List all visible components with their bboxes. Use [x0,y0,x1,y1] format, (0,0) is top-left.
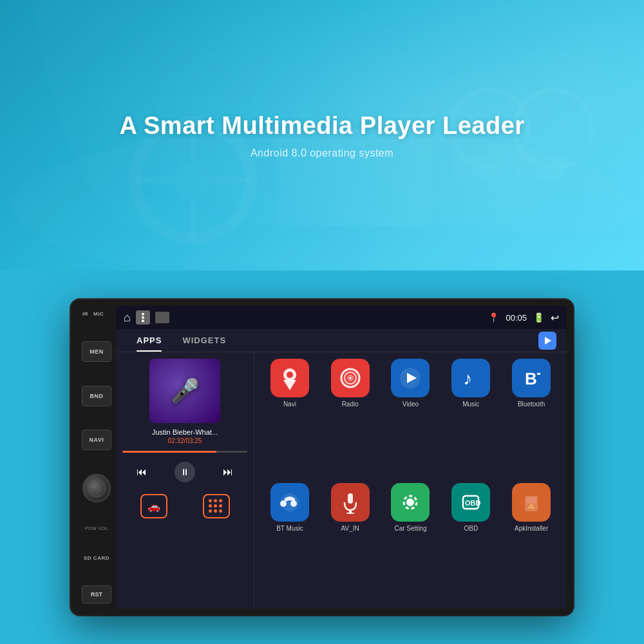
app-btmusic-label: BT Music [276,525,303,532]
svg-point-22 [349,377,352,379]
svg-text:OBD: OBD [465,499,481,507]
album-art: 🎤 [149,359,220,423]
media-panel: 🎤 Justin Bieber-What... 02:32/03:25 ⏮ ⏸ … [116,352,254,609]
playback-controls: ⏮ ⏸ ⏭ [122,459,247,485]
carsetting-icon [391,483,430,522]
app-video[interactable]: Video [383,359,439,478]
battery-icon: 🔋 [533,312,544,323]
settings-icon[interactable] [136,310,150,325]
dot [209,509,212,513]
app-music-label: Music [462,401,479,408]
device-frame: IR MIC MEN BND NAVI POW VOL SD CARD RST … [71,299,573,615]
bnd-button[interactable]: BND [82,386,111,406]
vol-label: POW VOL [85,526,108,532]
location-icon: 📍 [488,312,499,323]
svg-rect-12 [142,313,144,316]
sd-card-label: SD CARD [84,555,109,562]
play-pause-button[interactable]: ⏸ [175,462,195,482]
app-apkinstaller[interactable]: ApkInstaller [504,483,559,602]
app-navi[interactable]: Navi [262,359,317,478]
app-grid: Navi Radio [254,352,567,609]
app-bluetooth-label: Bluetooth [518,401,545,408]
app-carsetting[interactable]: Car Setting [383,483,439,602]
dot [219,509,222,513]
hero-section: A Smart Multimedia Player Leader Android… [0,0,644,270]
bluetooth-icon: BT [512,359,551,397]
progress-bar-fill [122,451,216,453]
main-content: 🎤 Justin Bieber-What... 02:32/03:25 ⏮ ⏸ … [116,352,567,609]
dot [214,499,217,502]
progress-bar-container[interactable] [122,451,247,453]
app-bluetooth[interactable]: BT Bluetooth [504,359,559,478]
btmusic-icon [270,483,309,522]
bottom-section: IR MIC MEN BND NAVI POW VOL SD CARD RST … [0,270,644,644]
side-buttons: IR MIC MEN BND NAVI POW VOL SD CARD RST [77,306,116,609]
hero-title: A Smart Multimedia Player Leader [119,112,524,140]
back-icon[interactable]: ↩ [551,312,559,324]
svg-marker-18 [283,380,296,390]
avin-icon [331,483,370,522]
play-store-icon[interactable] [538,332,556,350]
app-radio[interactable]: Radio [323,359,378,478]
prev-button[interactable]: ⏮ [137,466,147,478]
dot [214,509,217,513]
dots-grid [209,499,223,514]
app-obd-label: OBD [464,525,478,532]
home-icon[interactable]: ⌂ [124,311,131,325]
top-labels: IR MIC [82,311,104,317]
app-avin[interactable]: AV_IN [323,483,378,602]
svg-rect-13 [142,316,144,319]
status-left: ⌂ [124,310,169,325]
song-time: 02:32/03:25 [122,437,247,444]
men-button[interactable]: MEN [82,341,111,362]
video-icon [391,359,430,397]
app-apk-label: ApkInstaller [515,525,548,532]
svg-rect-14 [142,320,144,323]
car-mode-button[interactable]: 🚗 [140,494,167,518]
dot [214,504,217,507]
overlay-icon [155,312,169,323]
mic-label: MIC [93,311,104,317]
volume-knob[interactable] [82,474,111,502]
radio-icon [331,359,370,397]
music-icon: ♪ [451,359,490,397]
app-carsetting-label: Car Setting [394,525,426,532]
dot [209,504,212,507]
hero-subtitle: Android 8.0 operating system [251,147,393,159]
svg-rect-30 [348,493,353,504]
dot [219,499,222,502]
ir-label: IR [82,311,88,317]
apps-grid-button[interactable] [203,494,230,518]
dot [209,499,212,502]
svg-marker-15 [545,337,551,345]
apk-icon [512,483,551,522]
app-music[interactable]: ♪ Music [443,359,498,478]
app-avin-label: AV_IN [341,525,359,532]
app-radio-label: Radio [342,401,359,408]
knob-inner [88,479,106,497]
song-title: Justin Bieber-What... [122,428,247,436]
app-obd[interactable]: OBD OBD [443,483,498,602]
tab-widgets[interactable]: WIDGETS [172,329,236,352]
bottom-icons: 🚗 [122,490,247,522]
next-button[interactable]: ⏭ [223,466,233,478]
app-btmusic[interactable]: BT Music [262,483,317,602]
svg-point-33 [406,498,414,506]
rst-button[interactable]: RST [82,585,111,603]
song-info: Justin Bieber-What... 02:32/03:25 [122,428,247,444]
navi-button[interactable]: NAVI [82,430,111,450]
app-navi-label: Navi [283,401,296,408]
navi-icon [270,359,309,397]
screen: ⌂ 📍 00:05 🔋 ↩ [116,306,567,609]
status-right: 📍 00:05 🔋 ↩ [488,312,559,324]
status-bar: ⌂ 📍 00:05 🔋 ↩ [116,306,567,329]
dot [219,504,222,507]
svg-rect-39 [526,497,536,504]
svg-text:BT: BT [525,369,540,388]
svg-text:♪: ♪ [463,368,472,388]
tab-apps[interactable]: APPS [126,329,172,352]
app-video-label: Video [402,401,419,408]
obd-icon: OBD [451,483,490,522]
svg-rect-32 [346,513,354,514]
mic-graphic: 🎤 [171,377,200,404]
